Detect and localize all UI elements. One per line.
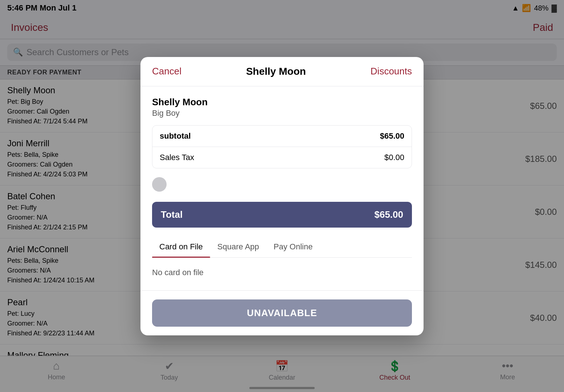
total-label: Total — [161, 209, 183, 220]
modal-content: Shelly Moon Big Boy subtotal $65.00 Sale… — [140, 86, 424, 290]
modal-title: Shelly Moon — [246, 66, 306, 77]
tax-row: Sales Tax $0.00 — [152, 147, 412, 168]
modal-overlay[interactable]: Cancel Shelly Moon Discounts Shelly Moon… — [0, 0, 564, 392]
tax-value: $0.00 — [384, 153, 404, 162]
subtotal-row: subtotal $65.00 — [152, 126, 412, 147]
invoice-customer-name: Shelly Moon — [152, 97, 412, 108]
toggle-button[interactable] — [152, 177, 167, 192]
invoice-pet-name: Big Boy — [152, 109, 412, 118]
modal-header: Cancel Shelly Moon Discounts — [140, 57, 424, 86]
no-card-text: No card on file — [152, 265, 412, 280]
toggle-area — [152, 177, 412, 193]
tab-pay-online[interactable]: Pay Online — [266, 238, 320, 257]
total-bar: Total $65.00 — [152, 202, 412, 228]
unavailable-button[interactable]: UNAVAILABLE — [152, 299, 412, 327]
tab-card-on-file[interactable]: Card on File — [152, 238, 210, 257]
tax-label: Sales Tax — [160, 153, 194, 162]
modal-footer: UNAVAILABLE — [140, 290, 424, 335]
total-value: $65.00 — [374, 209, 403, 220]
cancel-button[interactable]: Cancel — [152, 66, 181, 77]
subtotal-value: $65.00 — [380, 131, 404, 141]
modal: Cancel Shelly Moon Discounts Shelly Moon… — [140, 57, 424, 335]
summary-table: subtotal $65.00 Sales Tax $0.00 — [152, 125, 412, 168]
payment-tabs: Card on File Square App Pay Online — [152, 238, 412, 258]
subtotal-label: subtotal — [160, 131, 191, 141]
tab-square-app[interactable]: Square App — [210, 238, 266, 257]
discounts-button[interactable]: Discounts — [371, 66, 412, 77]
